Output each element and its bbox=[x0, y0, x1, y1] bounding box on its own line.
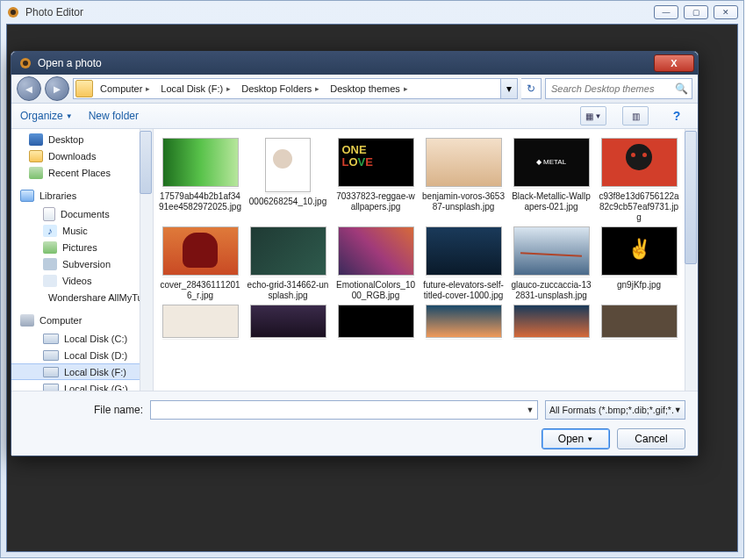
file-name: EmotionalColors_1000_RGB.jpg bbox=[334, 280, 417, 301]
file-item[interactable]: 17579ab44b2b1af3491ee4582972025.jpg bbox=[157, 138, 243, 223]
open-button[interactable]: Open▼ bbox=[542, 428, 610, 449]
file-item[interactable]: echo-grid-314662-unsplash.jpg bbox=[245, 226, 331, 301]
file-item[interactable]: ONELOVE70337823-reggae-wallpapers.jpg bbox=[333, 138, 419, 223]
app-window: Photo Editor — ▢ ✕ Photo Editor Open a p… bbox=[0, 0, 744, 558]
file-content: 17579ab44b2b1af3491ee4582972025.jpg00062… bbox=[154, 129, 698, 391]
tree-header-libraries[interactable]: Libraries bbox=[11, 186, 153, 205]
breadcrumb-item[interactable]: Desktop themes▸ bbox=[325, 79, 412, 98]
file-name: c93f8e13d6756122a82c9cb57eaf9731.jpg bbox=[598, 191, 680, 223]
filename-input[interactable] bbox=[151, 405, 523, 415]
breadcrumb-item[interactable]: Desktop Folders▸ bbox=[236, 79, 325, 98]
dialog-titlebar: Open a photo X bbox=[11, 52, 698, 75]
file-item[interactable]: ◆ METALBlack-Metallic-Wallpapers-021.jpg bbox=[508, 138, 594, 223]
dialog-footer: File name: ▼ All Formats (*.bmp;*.dib;*.… bbox=[11, 391, 698, 456]
search-icon: 🔍 bbox=[675, 83, 688, 95]
app-client-area: Photo Editor Open a photo X ◄ ► Computer… bbox=[6, 24, 738, 552]
search-box[interactable]: 🔍 bbox=[545, 78, 692, 99]
minimize-button[interactable]: — bbox=[654, 5, 678, 19]
tree-item[interactable]: Downloads bbox=[11, 147, 153, 164]
forward-button[interactable]: ► bbox=[45, 76, 69, 101]
file-item[interactable] bbox=[157, 305, 243, 338]
content-scrollbar[interactable] bbox=[685, 129, 698, 391]
file-name: cover_284361112016_r.jpg bbox=[159, 280, 241, 301]
disk-icon bbox=[43, 384, 59, 391]
disk-icon bbox=[43, 350, 59, 361]
file-name: gn9jKfp.jpg bbox=[598, 280, 680, 291]
file-item[interactable] bbox=[245, 305, 331, 338]
file-name: 70337823-reggae-wallpapers.jpg bbox=[334, 191, 417, 212]
breadcrumb-dropdown[interactable]: ▾ bbox=[500, 79, 517, 98]
file-item[interactable]: future-elevators-self-titled-cover-1000.… bbox=[420, 226, 506, 301]
new-folder-button[interactable]: New folder bbox=[89, 110, 139, 122]
breadcrumb-item[interactable]: Computer▸ bbox=[95, 79, 155, 98]
file-item[interactable] bbox=[333, 305, 419, 338]
refresh-button[interactable]: ↻ bbox=[521, 78, 542, 99]
file-item[interactable]: glauco-zuccaccia-132831-unsplash.jpg bbox=[508, 226, 594, 301]
filename-label: File name: bbox=[94, 404, 143, 416]
file-item[interactable]: c93f8e13d6756122a82c9cb57eaf9731.jpg bbox=[596, 138, 682, 223]
dialog-icon bbox=[18, 56, 32, 70]
open-dialog: Open a photo X ◄ ► Computer▸Local Disk (… bbox=[11, 51, 699, 456]
file-item[interactable]: EmotionalColors_1000_RGB.jpg bbox=[333, 226, 419, 301]
tree-item[interactable]: Documents bbox=[11, 205, 153, 222]
recent-icon bbox=[29, 167, 43, 179]
tree-item[interactable]: Pictures bbox=[11, 239, 153, 255]
file-item[interactable] bbox=[420, 305, 506, 338]
preview-pane-button[interactable]: ▥ bbox=[622, 106, 649, 126]
dialog-close-button[interactable]: X bbox=[654, 54, 694, 72]
file-item[interactable]: 0006268254_10.jpg bbox=[245, 138, 331, 223]
tree-item[interactable]: Subversion bbox=[11, 255, 153, 272]
filename-combo[interactable]: ▼ bbox=[150, 400, 538, 420]
file-name: future-elevators-self-titled-cover-1000.… bbox=[422, 280, 505, 301]
organize-button[interactable]: Organize▼ bbox=[20, 110, 73, 122]
file-name: 17579ab44b2b1af3491ee4582972025.jpg bbox=[159, 191, 241, 212]
breadcrumb-item[interactable]: Local Disk (F:)▸ bbox=[155, 79, 236, 98]
file-name: glauco-zuccaccia-132831-unsplash.jpg bbox=[510, 280, 592, 301]
computer-icon bbox=[20, 314, 34, 327]
tree-item[interactable]: Local Disk (C:) bbox=[11, 330, 153, 347]
file-name: echo-grid-314662-unsplash.jpg bbox=[247, 280, 329, 301]
vid-icon bbox=[43, 275, 57, 287]
view-mode-button[interactable]: ▦ ▼ bbox=[580, 106, 606, 126]
chevron-down-icon[interactable]: ▼ bbox=[523, 406, 537, 414]
tree-item[interactable]: Local Disk (F:) bbox=[11, 363, 153, 380]
help-button[interactable]: ? bbox=[664, 107, 689, 125]
file-item[interactable] bbox=[596, 305, 682, 338]
cancel-button[interactable]: Cancel bbox=[617, 428, 685, 449]
file-item[interactable] bbox=[508, 305, 594, 338]
window-buttons: — ▢ ✕ bbox=[654, 5, 738, 19]
folder-icon bbox=[75, 80, 93, 97]
file-item[interactable]: cover_284361112016_r.jpg bbox=[157, 226, 243, 301]
svg-point-3 bbox=[23, 61, 28, 66]
svg-point-1 bbox=[11, 10, 16, 15]
desktop-icon bbox=[29, 133, 43, 146]
app-title: Photo Editor bbox=[25, 6, 654, 18]
breadcrumb-bar[interactable]: Computer▸Local Disk (F:)▸Desktop Folders… bbox=[73, 78, 518, 99]
tree-header-computer[interactable]: Computer bbox=[11, 311, 153, 330]
file-item[interactable]: ✌gn9jKfp.jpg bbox=[596, 226, 682, 301]
nav-row: ◄ ► Computer▸Local Disk (F:)▸Desktop Fol… bbox=[11, 75, 698, 104]
tree-scrollbar[interactable] bbox=[140, 129, 153, 391]
music-icon: ♪ bbox=[43, 225, 57, 237]
tree-item[interactable]: Local Disk (D:) bbox=[11, 347, 153, 363]
close-button[interactable]: ✕ bbox=[714, 5, 738, 19]
file-item[interactable]: benjamin-voros-365387-unsplash.jpg bbox=[420, 138, 506, 223]
doc-icon bbox=[43, 207, 55, 221]
back-button[interactable]: ◄ bbox=[17, 76, 41, 101]
file-name: benjamin-voros-365387-unsplash.jpg bbox=[422, 191, 505, 212]
app-titlebar: Photo Editor — ▢ ✕ bbox=[1, 1, 743, 24]
tree-item[interactable]: Videos bbox=[11, 272, 153, 289]
file-name: Black-Metallic-Wallpapers-021.jpg bbox=[510, 191, 592, 212]
tree-item[interactable]: Local Disk (G:) bbox=[11, 380, 153, 391]
tree-item[interactable]: ♪Music bbox=[11, 222, 153, 239]
pic-icon bbox=[43, 241, 57, 254]
tree-item[interactable]: Wondershare AllMyTube bbox=[11, 289, 153, 305]
tree-item[interactable]: Desktop bbox=[11, 131, 153, 147]
maximize-button[interactable]: ▢ bbox=[684, 5, 708, 19]
toolbar: Organize▼ New folder ▦ ▼ ▥ ? bbox=[11, 104, 698, 129]
filetype-combo[interactable]: All Formats (*.bmp;*.dib;*.gif;*.▼ bbox=[545, 400, 685, 420]
file-name: 0006268254_10.jpg bbox=[247, 197, 329, 207]
search-input[interactable] bbox=[549, 83, 675, 95]
tree-item[interactable]: Recent Places bbox=[11, 164, 153, 181]
dialog-body: DesktopDownloadsRecent PlacesLibrariesDo… bbox=[11, 129, 698, 391]
